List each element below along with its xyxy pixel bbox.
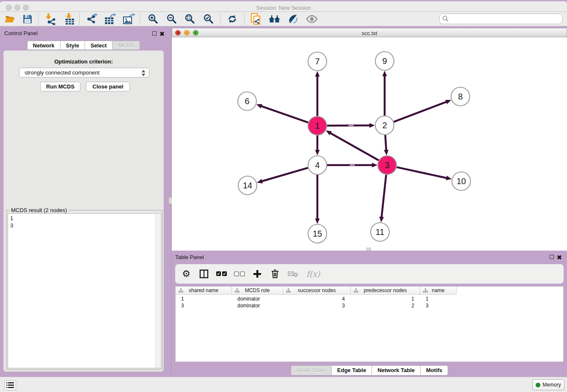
control-panel-title: Control Panel [4, 30, 38, 36]
zoom-selected-button[interactable] [201, 13, 216, 25]
network-window-title: scc.txt [172, 30, 567, 36]
tab-mcds[interactable]: MCDS [113, 41, 140, 50]
tab-edge-table[interactable]: Edge Table [332, 366, 372, 375]
close-panel-button[interactable]: Close panel [86, 82, 130, 91]
table-cell[interactable]: 1 [351, 295, 420, 302]
chevron-up-down-icon [141, 69, 146, 77]
zoom-in-button[interactable] [146, 13, 160, 25]
table-cell[interactable]: 3 [176, 302, 232, 309]
column-header-MCDS-role[interactable]: MCDS role [232, 287, 283, 295]
criterion-value: strongly connected component [25, 69, 99, 76]
import-table-button[interactable] [63, 13, 77, 25]
graph-edge-3-10[interactable] [396, 167, 447, 178]
export-image-button[interactable] [122, 13, 136, 25]
column-header-name[interactable]: name [420, 287, 457, 295]
control-panel-close-icon[interactable]: ✖ [160, 31, 165, 36]
graph-node-label: 14 [243, 181, 252, 190]
table-cell[interactable]: dominator [232, 295, 283, 302]
toggle-graphics-details-button[interactable] [286, 13, 300, 25]
show-hide-button[interactable] [305, 13, 319, 25]
delete-table-button[interactable] [287, 268, 299, 280]
refresh-icon [227, 14, 238, 25]
table-cell[interactable]: 4 [283, 295, 351, 302]
columns-button[interactable] [198, 268, 210, 280]
import-network-icon [44, 13, 56, 25]
graph-node-label: 1 [315, 121, 319, 130]
graph-node-label: 8 [458, 92, 462, 101]
task-history-button[interactable] [4, 380, 16, 390]
memory-button[interactable]: Memory [532, 379, 564, 390]
toolbar-separator [38, 13, 39, 25]
export-network-button[interactable] [85, 13, 99, 25]
list-icon [6, 382, 14, 388]
open-file-button[interactable] [3, 13, 17, 25]
clone-network-icon [250, 13, 262, 25]
table-cell[interactable]: 1 [176, 295, 232, 302]
graph-arrowhead [257, 179, 263, 184]
criterion-select[interactable]: strongly connected component [19, 68, 149, 77]
export-table-button[interactable] [103, 13, 118, 25]
network-window-titlebar[interactable]: ✕ − + scc.txt [172, 28, 567, 37]
graph-edge-2-8[interactable] [394, 102, 447, 122]
function-builder-button[interactable]: f(x) [305, 268, 322, 280]
delete-button[interactable] [269, 268, 281, 280]
mcds-result-textarea[interactable]: 1 3 [8, 213, 161, 368]
control-panel-float-icon[interactable] [152, 31, 157, 36]
horizontal-splitter-handle[interactable] [366, 248, 371, 251]
result-scrollbar[interactable] [155, 214, 160, 368]
graph-edge-4-14[interactable] [261, 168, 308, 181]
zoom-out-button[interactable] [165, 13, 179, 25]
refresh-button[interactable] [225, 13, 239, 25]
graph-node-label: 6 [245, 97, 249, 106]
settings-gear-button[interactable]: ⚙ [180, 268, 192, 280]
graph-node-label: 15 [313, 229, 322, 238]
zoom-out-icon [166, 14, 177, 25]
deselect-all-checkboxes-button[interactable] [234, 268, 245, 280]
graph-arrowhead [315, 150, 320, 155]
select-all-checkboxes-button[interactable] [216, 268, 228, 280]
column-header-predecessor-nodes[interactable]: predecessor nodes [351, 287, 420, 295]
graph-node-label: 11 [376, 227, 385, 237]
search-input[interactable] [439, 14, 563, 24]
zoom-fit-button[interactable] [183, 13, 197, 25]
open-file-icon [4, 14, 15, 25]
table-panel-close-icon[interactable]: ✖ [557, 255, 562, 260]
table-cell[interactable]: 3 [420, 302, 457, 309]
table-panel-float-icon[interactable] [550, 255, 554, 259]
tab-network[interactable]: Network [28, 41, 61, 50]
graph-edge-3-11[interactable] [382, 175, 386, 218]
tab-network-table[interactable]: Network Table [372, 366, 421, 375]
save-session-button[interactable] [20, 13, 35, 25]
select-all-checkboxes-icon [216, 271, 227, 277]
run-mcds-button[interactable]: Run MCDS [40, 82, 80, 91]
table-tabs: Node TableEdge TableNetwork TableMotifs [172, 365, 567, 375]
columns-icon [199, 269, 209, 279]
node-table: shared nameMCDS rolesuccessor nodesprede… [175, 286, 564, 362]
tab-motifs[interactable]: Motifs [421, 366, 448, 375]
main-toolbar [0, 12, 567, 26]
import-table-icon [64, 13, 76, 25]
mcds-result-group: MCDS result (2 nodes) 1 3 [6, 210, 162, 370]
column-header-successor-nodes[interactable]: successor nodes [283, 287, 351, 295]
network-canvas[interactable]: 7968124314101511 [172, 37, 567, 251]
table-cell[interactable]: 2 [351, 302, 420, 309]
graph-edge-2-3[interactable] [385, 135, 386, 151]
add-button[interactable] [251, 268, 263, 280]
graph-edge-1-6[interactable] [261, 106, 308, 122]
graph-arrowhead [445, 100, 451, 104]
column-header-shared-name[interactable]: shared name [176, 287, 232, 295]
graph-arrowhead [383, 71, 387, 76]
tab-style[interactable]: Style [61, 41, 85, 50]
table-cell[interactable]: 1 [420, 295, 457, 302]
table-cell[interactable]: dominator [232, 302, 283, 309]
clone-network-button[interactable] [249, 13, 263, 25]
first-neighbors-button[interactable] [267, 13, 282, 25]
tab-node-table[interactable]: Node Table [291, 366, 332, 375]
graph-edge-3-1[interactable] [330, 133, 379, 160]
search-icon [442, 15, 449, 22]
tab-select[interactable]: Select [85, 41, 113, 50]
toolbar-separator [244, 13, 245, 25]
graph-arrowhead [372, 163, 377, 168]
import-network-button[interactable] [43, 13, 57, 25]
table-cell[interactable]: 3 [283, 302, 351, 309]
